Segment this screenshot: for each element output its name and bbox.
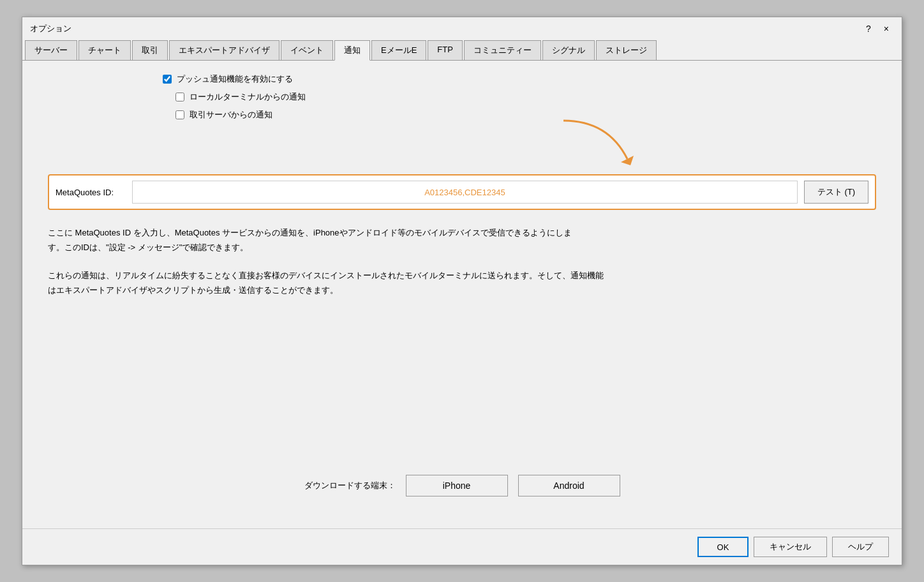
- arrow-container: [48, 133, 876, 172]
- title-bar-controls: ? ×: [861, 22, 894, 35]
- ok-button[interactable]: OK: [697, 537, 749, 557]
- tab-content: プッシュ通知機能を有効にする ローカルターミナルからの通知 取引サーバからの通知…: [22, 61, 902, 528]
- android-button[interactable]: Android: [518, 475, 620, 496]
- tab-expert[interactable]: エキスパートアドバイザ: [169, 40, 279, 60]
- push-enable-row: プッシュ通知機能を有効にする: [163, 73, 293, 85]
- options-dialog: オプション ? × サーバー チャート 取引 エキスパートアドバイザ イベント …: [22, 17, 902, 565]
- tab-storage[interactable]: ストレージ: [596, 40, 657, 60]
- tab-notify[interactable]: 通知: [334, 40, 370, 61]
- tab-signal[interactable]: シグナル: [542, 40, 595, 60]
- local-terminal-row: ローカルターミナルからの通知: [163, 91, 306, 103]
- description-text-2: これらの通知は、リアルタイムに紛失することなく直接お客様のデバイスにインストール…: [48, 268, 876, 298]
- tab-community[interactable]: コミュニティー: [464, 40, 541, 60]
- arrow-icon: [557, 114, 646, 172]
- local-terminal-checkbox[interactable]: [175, 93, 184, 101]
- iphone-button[interactable]: iPhone: [406, 475, 508, 496]
- help-button[interactable]: ヘルプ: [832, 537, 889, 557]
- tab-email[interactable]: EメールE: [371, 40, 426, 60]
- trade-server-row: 取引サーバからの通知: [163, 109, 272, 121]
- dialog-title: オプション: [30, 23, 71, 34]
- tab-bar: サーバー チャート 取引 エキスパートアドバイザ イベント 通知 EメールE F…: [22, 38, 902, 61]
- footer: OK キャンセル ヘルプ: [22, 528, 902, 565]
- spacer: [48, 311, 876, 475]
- trade-server-label: 取引サーバからの通知: [190, 109, 272, 121]
- tab-trade[interactable]: 取引: [132, 40, 168, 60]
- download-label: ダウンロードする端末：: [304, 480, 396, 491]
- local-terminal-label: ローカルターミナルからの通知: [190, 91, 306, 103]
- tab-server[interactable]: サーバー: [25, 40, 77, 60]
- download-section: ダウンロードする端末： iPhone Android: [48, 475, 876, 496]
- push-enable-checkbox[interactable]: [163, 75, 172, 84]
- tab-event[interactable]: イベント: [281, 40, 333, 60]
- description-text-1: ここに MetaQuotes ID を入力し、MetaQuotes サービスから…: [48, 225, 876, 255]
- title-bar: オプション ? ×: [22, 17, 902, 38]
- metaquotes-id-input[interactable]: [132, 181, 798, 204]
- checkbox-section: プッシュ通知機能を有効にする ローカルターミナルからの通知 取引サーバからの通知: [48, 73, 876, 121]
- help-icon[interactable]: ?: [861, 22, 876, 35]
- metaquotes-section: MetaQuotes ID: テスト (T): [48, 174, 876, 210]
- test-button[interactable]: テスト (T): [804, 181, 868, 204]
- metaquotes-id-label: MetaQuotes ID:: [56, 188, 126, 197]
- push-enable-label: プッシュ通知機能を有効にする: [177, 73, 293, 85]
- close-button[interactable]: ×: [879, 22, 894, 35]
- tab-chart[interactable]: チャート: [78, 40, 131, 60]
- trade-server-checkbox[interactable]: [175, 110, 184, 119]
- tab-ftp[interactable]: FTP: [428, 40, 463, 60]
- cancel-button[interactable]: キャンセル: [754, 537, 827, 557]
